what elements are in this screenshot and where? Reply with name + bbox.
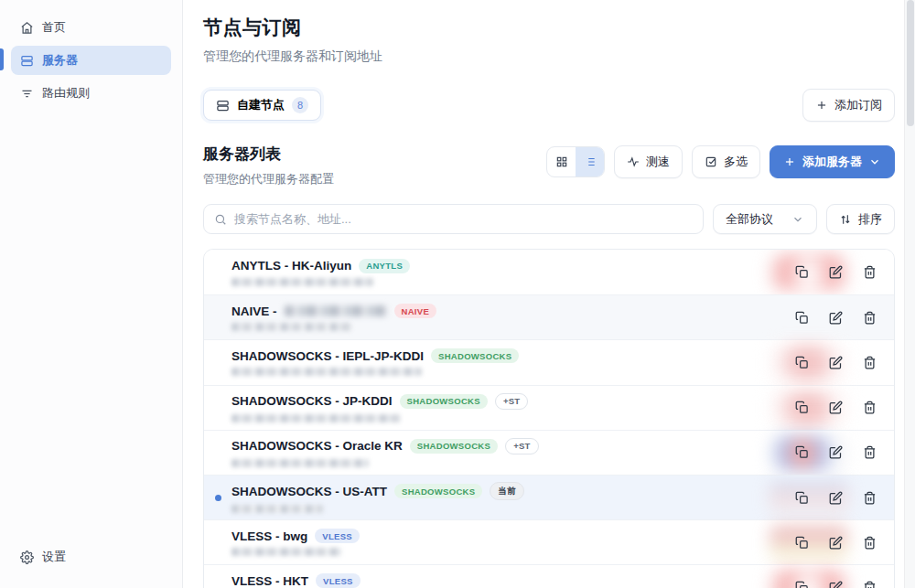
protocol-badge: SHADOWSOCKS [410, 439, 498, 454]
copy-button[interactable] [790, 575, 813, 588]
delete-button[interactable] [857, 530, 881, 554]
copy-button[interactable] [790, 486, 813, 509]
toolbar: 测速 多选 添加服务器 [546, 145, 895, 178]
trash-icon [863, 356, 877, 369]
copy-button[interactable] [790, 396, 813, 420]
tab-row: 自建节点 8 添加订阅 [203, 89, 895, 122]
sidebar-item-rules[interactable]: 路由规则 [11, 79, 171, 108]
copy-icon [795, 265, 809, 279]
protocol-badge: NAIVE [394, 304, 437, 318]
edit-button[interactable] [824, 261, 847, 284]
server-row[interactable]: NAIVE - NAIVE [204, 294, 894, 339]
current-node-dot [215, 495, 221, 501]
server-name: NAIVE - [231, 305, 277, 318]
edit-icon [829, 445, 843, 459]
server-name: SHADOWSOCKS - IEPL-JP-KDDI [231, 349, 424, 363]
list-view-button[interactable] [576, 147, 604, 176]
list-icon [584, 155, 597, 168]
edit-button[interactable] [824, 350, 847, 374]
trash-icon [863, 491, 877, 505]
protocol-badge: SHADOWSOCKS [394, 484, 482, 498]
delete-button[interactable] [857, 575, 881, 588]
sidebar-item-servers[interactable]: 服务器 [11, 46, 171, 75]
section-subtitle: 管理您的代理服务器配置 [203, 171, 334, 187]
activity-icon [627, 155, 640, 168]
speed-test-label: 测速 [646, 154, 670, 170]
delete-button[interactable] [857, 261, 881, 284]
copy-button[interactable] [790, 305, 813, 329]
server-row[interactable]: SHADOWSOCKS - US-ATT SHADOWSOCKS 当前 [204, 475, 894, 519]
server-name: ANYTLS - HK-Aliyun [231, 259, 351, 273]
delete-button[interactable] [857, 350, 881, 374]
node-count-badge: 8 [292, 97, 308, 113]
edit-button[interactable] [824, 396, 847, 420]
plus-icon [783, 155, 796, 168]
sidebar-item-settings[interactable]: 设置 [11, 542, 171, 572]
server-name: SHADOWSOCKS - Oracle KR [231, 439, 403, 453]
edit-icon [829, 536, 843, 550]
sidebar-item-home[interactable]: 首页 [11, 13, 171, 42]
server-icon [20, 54, 34, 68]
multi-select-button[interactable]: 多选 [692, 145, 760, 178]
edit-button[interactable] [824, 530, 847, 554]
server-row[interactable]: SHADOWSOCKS - JP-KDDI SHADOWSOCKS +ST [204, 385, 894, 430]
grid-view-button[interactable] [547, 147, 576, 176]
filter-row: 全部协议 排序 [203, 204, 895, 234]
rules-icon [20, 87, 34, 101]
active-indicator [0, 48, 4, 70]
extra-badge: +ST [495, 393, 529, 410]
redacted-address [231, 278, 373, 286]
delete-button[interactable] [857, 441, 881, 465]
extra-badge: 当前 [490, 482, 524, 500]
multi-select-label: 多选 [724, 154, 748, 170]
copy-button[interactable] [790, 261, 813, 284]
edit-button[interactable] [824, 305, 847, 329]
redacted-address [231, 323, 352, 331]
search-box [203, 204, 704, 234]
delete-button[interactable] [857, 396, 881, 420]
server-row[interactable]: VLESS - HKT VLESS [204, 564, 894, 588]
protocol-filter-select[interactable]: 全部协议 [713, 204, 817, 234]
redacted-name [285, 305, 387, 316]
scrollbar[interactable] [904, 0, 915, 588]
sort-label: 排序 [858, 211, 882, 228]
tab-label: 自建节点 [237, 97, 285, 113]
server-name: VLESS - HKT [231, 574, 308, 588]
edit-icon [829, 491, 843, 505]
server-row[interactable]: SHADOWSOCKS - Oracle KR SHADOWSOCKS +ST [204, 430, 894, 475]
add-subscription-button[interactable]: 添加订阅 [802, 89, 895, 122]
search-input[interactable] [234, 212, 693, 226]
sort-button[interactable]: 排序 [826, 204, 895, 234]
chevron-down-icon [868, 155, 881, 168]
chevron-down-icon [791, 213, 804, 226]
delete-button[interactable] [857, 305, 881, 329]
server-icon [216, 99, 230, 112]
copy-button[interactable] [790, 441, 813, 465]
sidebar-item-label: 路由规则 [42, 85, 90, 102]
add-server-button[interactable]: 添加服务器 [770, 145, 895, 178]
copy-icon [795, 445, 809, 459]
copy-button[interactable] [790, 530, 813, 554]
edit-button[interactable] [824, 441, 847, 465]
server-row[interactable]: SHADOWSOCKS - IEPL-JP-KDDI SHADOWSOCKS [204, 339, 894, 384]
copy-button[interactable] [790, 350, 813, 374]
sort-arrows-icon [839, 213, 852, 226]
edit-button[interactable] [824, 575, 847, 588]
server-name: VLESS - bwg [231, 529, 307, 543]
tab-self-built-nodes[interactable]: 自建节点 8 [203, 90, 321, 121]
add-server-label: 添加服务器 [802, 154, 862, 170]
server-row[interactable]: ANYTLS - HK-Aliyun ANYTLS [204, 250, 894, 294]
trash-icon [863, 445, 877, 459]
protocol-badge: ANYTLS [359, 259, 410, 273]
scrollbar-thumb[interactable] [907, 0, 914, 126]
edit-button[interactable] [824, 486, 847, 509]
protocol-badge: VLESS [315, 529, 360, 543]
search-icon [214, 213, 227, 226]
speed-test-button[interactable]: 测速 [614, 145, 683, 178]
server-row[interactable]: VLESS - bwg VLESS [204, 519, 894, 564]
edit-icon [829, 356, 843, 369]
trash-icon [863, 311, 877, 325]
grid-icon [555, 155, 568, 168]
copy-icon [795, 581, 809, 588]
delete-button[interactable] [857, 486, 881, 509]
